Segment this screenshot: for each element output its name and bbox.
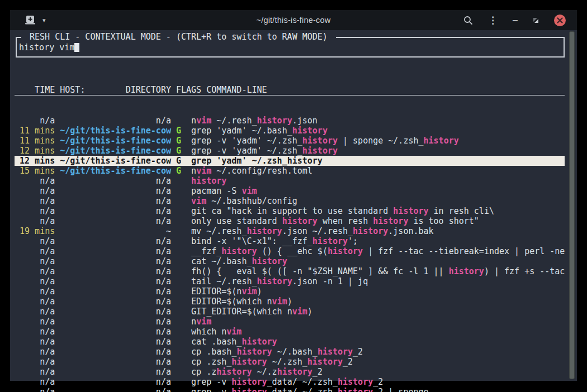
history-row[interactable]: n/a n/a history	[15, 176, 565, 186]
row-command: grep 'yadm' ~/.zsh_history	[191, 156, 323, 166]
row-command-match: vim	[191, 196, 206, 206]
history-row[interactable]: n/a n/a only use standard history when r…	[15, 216, 565, 226]
row-flags	[176, 176, 191, 186]
row-command: is too short"	[408, 216, 479, 226]
row-time: n/a	[15, 266, 55, 276]
row-directory: n/a	[55, 367, 176, 377]
history-row[interactable]: n/a n/a grep -v history_data/ ~/.zsh_his…	[15, 377, 565, 387]
chevron-down-icon[interactable]: ▾	[42, 17, 46, 23]
row-flags	[176, 246, 191, 256]
row-time: n/a	[15, 116, 55, 126]
text-cursor	[74, 43, 79, 52]
history-row[interactable]: 11 mins ~/git/this-is-fine-cow G grep -v…	[15, 136, 565, 146]
row-command: which n	[191, 327, 226, 337]
row-directory: n/a	[55, 327, 176, 337]
row-command: cp .z	[191, 367, 216, 377]
row-command: ~/.z	[252, 367, 277, 377]
row-time: n/a	[15, 276, 55, 286]
row-command: cat .bash_	[191, 337, 242, 347]
row-command: )	[257, 286, 262, 297]
row-time: n/a	[15, 367, 55, 377]
row-command-match: history	[257, 116, 292, 126]
history-row[interactable]: n/a n/a EDITOR=$(nvim)	[15, 286, 565, 297]
row-directory: ~/git/this-is-fine-cow	[55, 136, 176, 146]
row-command-match: history	[373, 216, 408, 226]
row-command: only use standard	[191, 216, 282, 226]
history-row[interactable]: n/a n/a cat ~/.bash_history	[15, 256, 565, 266]
row-command: grep -v	[191, 377, 231, 387]
history-row[interactable]: n/a n/a pacman -S vim	[15, 186, 565, 196]
history-row[interactable]: n/a n/a git ca "hack in support to use s…	[15, 206, 565, 216]
row-command: grep -v	[191, 387, 231, 392]
row-directory: n/a	[55, 186, 176, 196]
row-command: .json	[292, 116, 318, 126]
resh-search-box: RESH CLI - CONTEXTUAL MODE - (CTRL+R to …	[16, 37, 565, 58]
close-button[interactable]	[554, 15, 566, 26]
row-command-match: history	[221, 246, 257, 256]
history-row[interactable]: n/a n/a GIT_EDITOR=$(which nvim)	[15, 307, 565, 317]
history-row[interactable]: n/a n/a which nvim	[15, 327, 565, 337]
kebab-icon: ⋮	[488, 16, 498, 25]
row-command: bind -x '"\C-x1": __fzf_	[191, 236, 313, 246]
row-directory: n/a	[55, 307, 176, 317]
row-command: cp .bash_	[191, 347, 236, 357]
row-time: n/a	[15, 256, 55, 266]
row-command-match: vim	[242, 186, 257, 196]
row-directory: ~/git/this-is-fine-cow	[55, 146, 176, 156]
history-row[interactable]: n/a n/a cp .zsh_history ~/.zsh_history_2	[15, 357, 565, 367]
row-command-match: history	[307, 357, 343, 367]
row-command-match: history	[313, 236, 348, 246]
history-row-selected[interactable]: 12 mins ~/git/this-is-fine-cow G grep 'y…	[15, 156, 565, 166]
row-directory: n/a	[55, 216, 176, 226]
scrollbar[interactable]	[569, 31, 575, 379]
history-row[interactable]: n/a n/a cat .bash_history	[15, 337, 565, 347]
restore-button[interactable]	[533, 17, 539, 23]
history-row[interactable]: 11 mins ~/git/this-is-fine-cow G grep 'y…	[15, 126, 565, 136]
menu-button[interactable]: ⋮	[488, 16, 498, 25]
history-row[interactable]: n/a n/a nvim ~/.resh_history.json	[15, 116, 565, 126]
search-button[interactable]	[463, 16, 473, 25]
row-command-match: history	[191, 176, 226, 186]
row-command-match: vim	[272, 297, 287, 307]
row-command: ~/.config/resh.toml	[211, 166, 313, 176]
row-time: n/a	[15, 337, 55, 347]
row-flags	[176, 307, 191, 317]
history-row[interactable]: 15 mins ~/git/this-is-fine-cow G nvim ~/…	[15, 166, 565, 176]
row-directory: ~/git/this-is-fine-cow	[55, 166, 176, 176]
row-flags: G	[176, 126, 191, 136]
row-command-match: history	[328, 246, 363, 256]
history-row[interactable]: n/a n/a EDITOR=$(which nvim)	[15, 297, 565, 307]
row-flags	[176, 206, 191, 216]
row-command: GIT_EDITOR=$(which n	[191, 307, 292, 317]
history-row[interactable]: 19 mins ~ mv ~/.resh_history.json ~/.res…	[15, 226, 565, 236]
row-time: n/a	[15, 286, 55, 297]
row-command-match: history	[231, 387, 267, 392]
row-command-match: history	[353, 226, 388, 236]
row-flags	[176, 387, 191, 392]
history-row[interactable]: n/a n/a cp .bash_history ~/.bash_history…	[15, 347, 565, 357]
history-row[interactable]: n/a n/a nvim	[15, 317, 565, 327]
row-directory: ~	[55, 226, 176, 236]
minimize-button[interactable]: –	[513, 16, 518, 25]
row-directory: ~/git/this-is-fine-cow	[55, 126, 176, 136]
history-row[interactable]: n/a n/a tail ~/.resh_history.json -n 1 |…	[15, 276, 565, 286]
row-time: n/a	[15, 176, 55, 186]
new-tab-button[interactable]	[25, 16, 36, 25]
row-flags	[176, 347, 191, 357]
row-command: EDITOR=$(which n	[191, 297, 272, 307]
history-row[interactable]: n/a n/a __fzf_history () { __ehc $(histo…	[15, 246, 565, 256]
row-command: | fzf --tac --tiebreak=index | perl -ne	[363, 246, 565, 256]
history-row[interactable]: n/a n/a vim ~/.bashhub/config	[15, 196, 565, 206]
row-command: _2	[373, 377, 383, 387]
history-row[interactable]: n/a n/a fh() { eval $( ([ -n "$ZSH_NAME"…	[15, 266, 565, 276]
history-row[interactable]: 12 mins ~/git/this-is-fine-cow G grep -v…	[15, 146, 565, 156]
row-command-match: history	[302, 146, 338, 156]
row-directory: n/a	[55, 297, 176, 307]
history-row[interactable]: n/a n/a bind -x '"\C-x1": __fzf_history'…	[15, 236, 565, 246]
scrollbar-thumb[interactable]	[569, 31, 575, 379]
history-row[interactable]: n/a n/a cp .zhistory ~/.zhistory_2	[15, 367, 565, 377]
row-flags	[176, 317, 191, 327]
row-command: grep -v 'yadm' ~/.zsh_	[191, 146, 302, 156]
history-row[interactable]: n/a n/a grep -v history_data/ ~/.zsh_his…	[15, 387, 565, 392]
row-command-match: history	[277, 367, 313, 377]
